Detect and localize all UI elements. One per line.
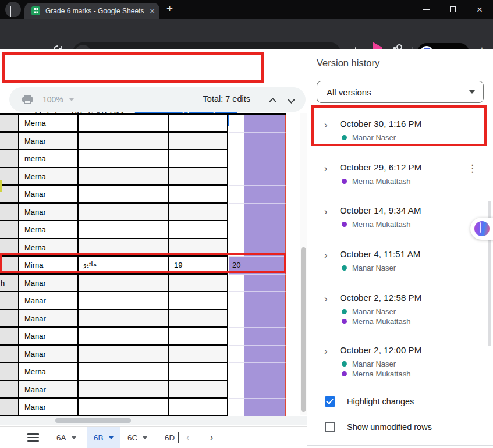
cell-name[interactable]: Manar: [19, 133, 79, 151]
table-row[interactable]: Manar: [0, 133, 286, 151]
author-name: Manar Naser: [352, 360, 396, 368]
cell-name[interactable]: Manar: [19, 292, 79, 310]
print-icon[interactable]: [22, 95, 33, 104]
brain-icon: [474, 221, 490, 236]
google-sheets-icon: [31, 6, 40, 15]
sheet-tab-6b[interactable]: 6B: [87, 427, 120, 448]
cell-score-19[interactable]: 19: [169, 257, 228, 275]
spreadsheet-grid[interactable]: Merna Manar merna Merna Manar Manar Mern…: [0, 113, 286, 417]
cell-name[interactable]: Manar: [19, 346, 79, 364]
highlighted-row[interactable]: Mirnaماثيو1920: [0, 257, 286, 275]
all-versions-dropdown[interactable]: All versions: [317, 81, 484, 103]
sheet-nav-prev[interactable]: ‹: [186, 432, 189, 443]
table-row[interactable]: Manar: [0, 186, 286, 204]
zoom-level[interactable]: 100%: [42, 95, 63, 104]
chevron-down-icon: [72, 436, 76, 439]
author-name: Manar Naser: [352, 264, 396, 272]
all-sheets-button[interactable]: [27, 433, 39, 442]
cell-name[interactable]: Manar: [19, 328, 79, 346]
sidebar-title: Version history: [317, 58, 379, 69]
expand-chevron-icon[interactable]: ›: [324, 293, 328, 305]
cell-name[interactable]: Mirna: [19, 257, 79, 275]
author-name: Manar Naser: [352, 307, 396, 316]
table-row[interactable]: merna: [0, 150, 286, 168]
expand-chevron-icon[interactable]: ›: [324, 163, 328, 175]
tab-search-button[interactable]: [5, 2, 21, 17]
cell-name[interactable]: Manar: [19, 204, 79, 222]
close-button[interactable]: ×: [466, 0, 493, 19]
expand-chevron-icon[interactable]: ›: [324, 206, 328, 218]
table-row[interactable]: Merna: [0, 115, 286, 133]
version-date: October 2, 12:58 PM: [340, 293, 421, 303]
cell-name[interactable]: Manar: [19, 275, 79, 293]
version-menu-button[interactable]: ⋮: [467, 162, 477, 175]
table-row[interactable]: Merna: [0, 221, 286, 239]
author-dot: [342, 309, 347, 314]
cell-name[interactable]: Manar: [19, 399, 79, 417]
cell-name[interactable]: Merna: [19, 115, 79, 133]
expand-chevron-icon[interactable]: ›: [324, 346, 328, 357]
sheet-nav-next[interactable]: ›: [210, 432, 213, 443]
author-dot: [342, 179, 347, 184]
checkbox-unchecked-icon[interactable]: [325, 422, 335, 432]
cell-score-20[interactable]: 20: [229, 257, 244, 275]
cell-name[interactable]: Manar: [19, 381, 79, 399]
cell-fragment: h: [0, 275, 19, 293]
previous-edit-button[interactable]: [269, 98, 276, 105]
sheet-tab-6c[interactable]: 6C: [127, 427, 147, 448]
sheetbar-divider: [226, 427, 226, 448]
cell-name[interactable]: Manar: [19, 310, 79, 328]
cell-arabic[interactable]: ماثيو: [79, 257, 169, 275]
checkbox-checked-icon[interactable]: [325, 396, 335, 407]
author-name: Merna Mukattash: [352, 220, 410, 229]
tab-title: Grade 6 marks - Google Sheets: [45, 7, 146, 15]
author-dot: [342, 222, 347, 227]
table-row[interactable]: Manar: [0, 381, 286, 399]
maximize-icon: [450, 6, 456, 12]
sheet-tab-bar: 6A 6B 6C 6D ‹ ›: [0, 426, 307, 448]
author-dot: [342, 319, 347, 324]
table-row[interactable]: Manar: [0, 292, 286, 310]
new-tab-button[interactable]: +: [166, 2, 173, 15]
minimize-button[interactable]: [413, 0, 439, 19]
table-row[interactable]: hManar: [0, 275, 286, 293]
version-date: October 29, 6:12 PM: [340, 162, 421, 172]
sheet-tab-6a[interactable]: 6A: [56, 427, 76, 448]
tab-clip-edge: [178, 432, 179, 443]
cell-name[interactable]: Merna: [19, 239, 79, 257]
cell-name[interactable]: merna: [19, 150, 79, 168]
version-date: October 14, 9:34 AM: [340, 205, 421, 215]
browser-tab[interactable]: Grade 6 marks - Google Sheets ×: [24, 3, 159, 19]
table-row[interactable]: Merna: [0, 363, 286, 381]
browser-window: Grade 6 marks - Google Sheets × + × ← → …: [0, 0, 493, 448]
vertical-scrollbar-thumb[interactable]: [301, 247, 306, 412]
horizontal-scrollbar-thumb[interactable]: [55, 418, 131, 423]
show-unmodified-rows-option[interactable]: Show unmodified rows: [325, 422, 432, 432]
expand-chevron-icon[interactable]: ›: [324, 119, 328, 131]
cell-name[interactable]: Manar: [19, 186, 79, 204]
expand-chevron-icon[interactable]: ›: [324, 250, 328, 261]
table-row[interactable]: Manar: [0, 328, 286, 346]
chevron-down-icon: [10, 6, 11, 17]
table-row[interactable]: Manar: [0, 399, 286, 417]
floating-extension-button[interactable]: [470, 218, 493, 240]
author-dot: [342, 361, 347, 367]
table-row[interactable]: Manar: [0, 346, 286, 364]
horizontal-scrollbar[interactable]: [0, 416, 307, 425]
maximize-button[interactable]: [439, 0, 466, 19]
next-edit-button[interactable]: [288, 96, 295, 104]
version-date: October 2, 12:00 PM: [340, 345, 421, 355]
cell-name[interactable]: Merna: [19, 221, 79, 239]
highlight-changes-option[interactable]: Highlight changes: [325, 396, 414, 407]
zoom-caret-icon[interactable]: [69, 98, 74, 101]
sheet-tab-6d[interactable]: 6D: [165, 427, 175, 448]
tab-close-icon[interactable]: ×: [150, 6, 155, 15]
table-row[interactable]: Manar: [0, 204, 286, 222]
table-row[interactable]: Manar: [0, 310, 286, 328]
table-row[interactable]: Merna: [0, 168, 286, 186]
table-row[interactable]: Merna: [0, 239, 286, 257]
cell-name[interactable]: Merna: [19, 363, 79, 381]
browser-titlebar: Grade 6 marks - Google Sheets × + ×: [0, 0, 493, 19]
cell-name[interactable]: Merna: [19, 168, 79, 186]
chevron-down-icon: [109, 436, 114, 439]
